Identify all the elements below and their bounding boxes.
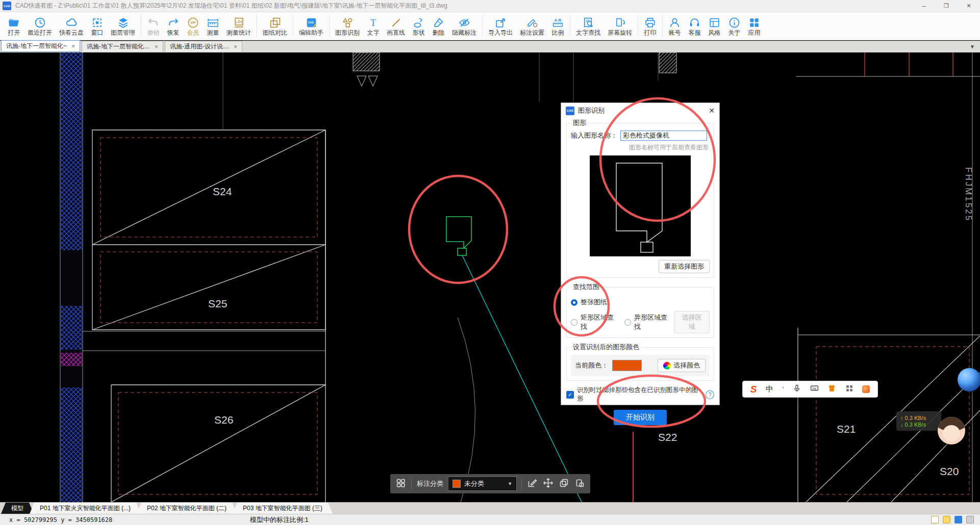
start-recognition-button[interactable]: 开始识别 (614, 410, 667, 425)
toolbar-layers[interactable]: 图层管理 (107, 13, 139, 39)
toolbar-apps[interactable]: 应用 (744, 13, 764, 39)
toolbar-delete[interactable]: 删除 (429, 13, 448, 39)
svg-text:A:B: A:B (555, 17, 562, 22)
document-tab-bar: 讯施-地下一层智能化~ × 讯施-地下一层智能化… × 讯施-通用图-设计说… … (0, 41, 980, 52)
status-folder-icon[interactable] (943, 516, 950, 523)
avatar[interactable] (938, 417, 965, 444)
sheet-tab-model[interactable]: 模型 (1, 503, 34, 514)
copy-icon[interactable] (559, 478, 569, 490)
toolbar-shape[interactable]: 形状 (409, 13, 429, 39)
sheet-tab-p01[interactable]: P01 地下室火灾智能化平面图 (...) (30, 503, 141, 514)
minimize-button[interactable]: ─ (913, 0, 935, 12)
toolbar-cloud[interactable]: 快看云盘 (56, 13, 87, 39)
language-mode-icon[interactable]: 中 (766, 384, 773, 394)
toolbar-separator (638, 15, 638, 37)
annobar-separator (411, 478, 412, 490)
svg-text:CAD: CAD (308, 21, 313, 24)
cursor-coordinates: x = 502799295 y = 3450591628 (9, 516, 112, 523)
toolbar-compare[interactable]: 图纸对比 (259, 13, 291, 39)
toolbar-scale[interactable]: A:B 比例 (548, 13, 568, 39)
toolbar-recent[interactable]: 最近打开 (24, 13, 56, 39)
toolbar-print[interactable]: 打印 (640, 13, 660, 39)
toolbar-account[interactable]: 账号 (665, 13, 685, 39)
soft-keyboard-icon[interactable] (810, 384, 819, 395)
toolbar-find-text-label: 文字查找 (576, 30, 600, 36)
toolbar-import-export[interactable]: 导入导出 (485, 13, 516, 39)
toolbar-window[interactable]: 窗口 (87, 13, 107, 39)
toolbar-vip[interactable]: VIP 会员 (183, 13, 203, 39)
toolbox-grid-icon[interactable] (845, 384, 853, 395)
toolbar-measure[interactable]: 测量 (203, 13, 223, 39)
toolbar-rotate[interactable]: 屏幕旋转 (604, 13, 636, 39)
sogou-logo-icon[interactable]: S (750, 384, 757, 395)
punctuation-icon[interactable]: ’ (782, 385, 784, 393)
category-dropdown[interactable]: 未分类 ▼ (448, 477, 516, 490)
microphone-icon[interactable] (793, 384, 801, 395)
toolbar-annotation-settings[interactable]: 标注设置 (516, 13, 548, 39)
status-doc-icon[interactable] (931, 516, 939, 523)
toolbar-hide-annotations[interactable]: 隐藏标注 (448, 13, 480, 39)
filter-checkbox[interactable]: ✓ (566, 391, 574, 399)
drawing-canvas[interactable]: S24 S25 S26 S22 S21 S20 FHJM1525 (0, 52, 980, 502)
help-icon[interactable]: ? (706, 390, 714, 399)
status-blue-icon[interactable] (954, 516, 962, 523)
doc-tab-3[interactable]: 讯施-通用图-设计说… × (165, 41, 242, 52)
annotation-classify-label: 标注分类 (417, 479, 443, 488)
network-speed-widget[interactable]: ↑ 0.3 KB/s ↓ 0.3 KB/s (896, 411, 941, 431)
sheet-tab-p02[interactable]: P02 地下室智能化平面图 (二) (137, 503, 237, 514)
toolbar-open[interactable]: 打开 (4, 13, 24, 39)
toolbar-window-label: 窗口 (91, 30, 104, 36)
rotate-screen-icon (614, 16, 626, 29)
close-button[interactable]: ✕ (958, 0, 980, 12)
shape-name-hint: 图形名称可用于后期查看图形 (571, 143, 709, 152)
doc-tab-1-close-icon[interactable]: × (71, 43, 75, 50)
toolbar-measure-stats[interactable]: 测量统计 (223, 13, 255, 39)
toolbar-shape-recognition[interactable]: 图形识别 (332, 13, 363, 39)
current-color-label: 当前颜色： (575, 361, 608, 370)
category-grid-icon[interactable] (395, 478, 406, 490)
doc-tab-3-close-icon[interactable]: × (234, 43, 237, 50)
status-gray-icon[interactable] (966, 516, 974, 523)
choose-color-button[interactable]: 选择颜色 (658, 359, 706, 372)
tab-list-caret-icon[interactable]: ▼ (970, 44, 975, 49)
toolbar-find-text[interactable]: 文字查找 (572, 13, 604, 39)
paste-icon[interactable] (574, 478, 585, 490)
radio-whole-drawing[interactable] (571, 299, 577, 306)
shape-name-input[interactable] (620, 130, 707, 141)
toolbar-style[interactable]: 风格 (705, 13, 724, 39)
reselect-shape-button[interactable]: 重新选择图形 (659, 260, 710, 273)
toolbar-draw-line[interactable]: 画直线 (383, 13, 409, 39)
line-icon (390, 16, 403, 29)
search-range-legend: 查找范围 (571, 282, 601, 292)
doc-tab-2[interactable]: 讯施-地下一层智能化… × (82, 41, 163, 52)
toolbar-service[interactable]: 客服 (685, 13, 705, 39)
doc-tab-3-label: 讯施-通用图-设计说… (170, 42, 229, 51)
camera-symbol[interactable] (446, 217, 471, 255)
toolbar-redo[interactable]: 恢复 (163, 13, 183, 39)
toolbar-text[interactable]: T 文字 (363, 13, 383, 39)
toolbar-scale-label: 比例 (552, 30, 564, 36)
color-wheel-icon (663, 362, 671, 370)
dialog-title-bar[interactable]: CAD 图形识别 ✕ (561, 103, 719, 118)
doc-tab-1[interactable]: 讯施-地下一层智能化~ × (1, 40, 80, 52)
radio-poly-area[interactable] (624, 319, 631, 326)
dialog-close-icon[interactable]: ✕ (709, 107, 715, 115)
choose-color-label: 选择颜色 (673, 361, 700, 370)
toolbar-text-label: 文字 (367, 30, 380, 36)
floating-assistant-ball[interactable] (958, 368, 980, 391)
toolbar-about[interactable]: 关于 (724, 13, 744, 39)
maximize-button[interactable]: ❐ (935, 0, 958, 12)
toolbar-undo[interactable]: 撤销 (143, 13, 163, 39)
selection-box-icon (91, 16, 104, 29)
sheet-tab-p03[interactable]: P03 地下室智能化平面图 (三) (233, 503, 333, 514)
move-icon[interactable] (543, 478, 554, 490)
skin-icon[interactable] (827, 384, 836, 395)
doc-tab-2-close-icon[interactable]: × (155, 43, 158, 50)
edit-annotation-icon[interactable] (527, 478, 538, 490)
toolbar-edit-assistant[interactable]: CAD 编辑助手 (295, 13, 327, 39)
radio-rect-area[interactable] (571, 319, 577, 326)
select-area-button[interactable]: 选择区域 (674, 311, 710, 333)
room-label-s24: S24 (213, 186, 232, 197)
sogou-extra-icon[interactable] (862, 385, 870, 393)
info-icon (728, 16, 741, 29)
